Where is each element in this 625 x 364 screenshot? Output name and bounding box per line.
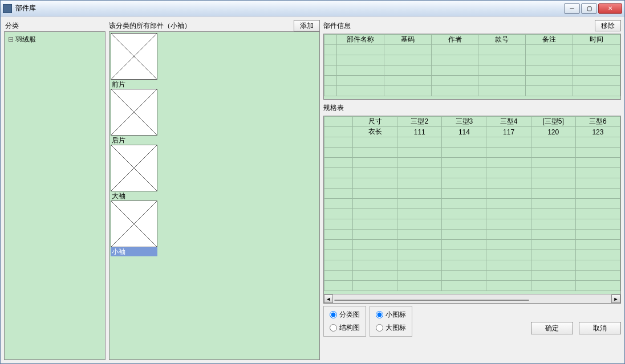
spec-cell[interactable]: [486, 168, 531, 178]
spec-cell[interactable]: [486, 199, 531, 209]
spec-cell[interactable]: [442, 209, 486, 219]
info-cell[interactable]: [337, 66, 384, 76]
icon-size-option[interactable]: 大图标: [376, 323, 406, 333]
info-column-header[interactable]: 作者: [431, 35, 478, 45]
info-cell[interactable]: [431, 66, 478, 76]
spec-cell[interactable]: [575, 281, 620, 291]
spec-cell[interactable]: [531, 281, 575, 291]
part-item[interactable]: 大袖: [111, 145, 157, 201]
parts-list[interactable]: 前片后片大袖小袖: [109, 31, 320, 360]
part-item[interactable]: 后片: [111, 89, 157, 145]
info-cell[interactable]: [337, 45, 384, 55]
info-cell[interactable]: [526, 66, 573, 76]
spec-column-header[interactable]: [三型5]: [531, 117, 575, 127]
info-cell[interactable]: [573, 55, 620, 66]
spec-cell[interactable]: [486, 209, 531, 219]
maximize-button[interactable]: ▢: [581, 3, 597, 14]
info-column-header[interactable]: 款号: [478, 35, 526, 45]
info-cell[interactable]: [573, 66, 620, 76]
info-cell[interactable]: [384, 45, 431, 55]
spec-cell[interactable]: [486, 158, 531, 168]
info-cell[interactable]: [337, 55, 384, 66]
spec-cell[interactable]: [442, 240, 486, 250]
spec-column-header[interactable]: 三型2: [397, 117, 442, 127]
info-cell[interactable]: [573, 76, 620, 86]
spec-column-header[interactable]: 三型6: [575, 117, 620, 127]
spec-cell[interactable]: [531, 230, 575, 240]
part-item[interactable]: 小袖: [111, 201, 157, 256]
spec-cell[interactable]: 111: [397, 127, 442, 137]
info-column-header[interactable]: 部件名称: [337, 35, 384, 45]
info-cell[interactable]: [384, 55, 431, 66]
spec-cell[interactable]: [531, 271, 575, 281]
spec-cell[interactable]: [397, 199, 442, 209]
info-cell[interactable]: [478, 86, 526, 96]
view-mode-option[interactable]: 分类图: [330, 310, 360, 320]
spec-cell[interactable]: [353, 178, 397, 189]
spec-cell[interactable]: [442, 168, 486, 178]
spec-cell[interactable]: [575, 209, 620, 219]
info-cell[interactable]: [478, 55, 526, 66]
spec-cell[interactable]: [486, 260, 531, 271]
spec-cell[interactable]: [442, 137, 486, 148]
spec-cell[interactable]: [353, 137, 397, 148]
spec-cell[interactable]: [442, 260, 486, 271]
spec-cell[interactable]: [575, 240, 620, 250]
spec-cell[interactable]: [531, 240, 575, 250]
spec-cell[interactable]: [353, 168, 397, 178]
spec-column-header[interactable]: 尺寸: [353, 117, 397, 127]
info-cell[interactable]: [337, 76, 384, 86]
spec-column-header[interactable]: 三型4: [486, 117, 531, 127]
spec-cell[interactable]: [397, 271, 442, 281]
spec-cell[interactable]: [575, 271, 620, 281]
spec-cell[interactable]: [353, 199, 397, 209]
info-column-header[interactable]: 时间: [573, 35, 620, 45]
spec-cell[interactable]: [442, 189, 486, 199]
spec-cell[interactable]: [397, 281, 442, 291]
titlebar[interactable]: 部件库 ─ ▢ ✕: [1, 1, 624, 17]
spec-cell[interactable]: [575, 219, 620, 230]
minimize-button[interactable]: ─: [564, 3, 580, 14]
spec-cell[interactable]: [531, 250, 575, 260]
spec-cell[interactable]: [442, 199, 486, 209]
spec-cell[interactable]: [486, 178, 531, 189]
view-mode-option[interactable]: 结构图: [330, 323, 360, 333]
spec-cell[interactable]: [531, 158, 575, 168]
info-cell[interactable]: [431, 86, 478, 96]
spec-cell[interactable]: [575, 168, 620, 178]
info-grid[interactable]: 部件名称基码作者款号备注时间: [323, 34, 621, 100]
spec-cell[interactable]: [397, 260, 442, 271]
info-cell[interactable]: [526, 55, 573, 66]
info-cell[interactable]: [573, 45, 620, 55]
spec-scrollbar-h[interactable]: ◄ ►: [324, 294, 620, 303]
spec-cell[interactable]: [531, 209, 575, 219]
spec-cell[interactable]: [531, 178, 575, 189]
scroll-thumb[interactable]: [334, 300, 529, 301]
spec-cell[interactable]: [486, 240, 531, 250]
info-cell[interactable]: [384, 86, 431, 96]
part-item[interactable]: 前片: [111, 33, 157, 89]
spec-cell[interactable]: [486, 189, 531, 199]
spec-cell[interactable]: [397, 137, 442, 148]
info-column-header[interactable]: 备注: [526, 35, 573, 45]
spec-cell[interactable]: [531, 148, 575, 158]
spec-cell[interactable]: [531, 137, 575, 148]
view-mode-radio[interactable]: [330, 324, 337, 332]
spec-cell[interactable]: [575, 178, 620, 189]
spec-cell[interactable]: [575, 250, 620, 260]
spec-cell[interactable]: [397, 158, 442, 168]
add-button[interactable]: 添加: [294, 20, 320, 31]
spec-cell[interactable]: [353, 281, 397, 291]
category-tree[interactable]: ⊟ 羽绒服: [4, 31, 105, 360]
spec-cell[interactable]: [397, 178, 442, 189]
spec-cell[interactable]: [397, 168, 442, 178]
icon-size-radio[interactable]: [376, 324, 383, 332]
icon-size-option[interactable]: 小图标: [376, 310, 406, 320]
info-cell[interactable]: [478, 45, 526, 55]
info-cell[interactable]: [384, 76, 431, 86]
scroll-right-icon[interactable]: ►: [611, 295, 620, 303]
info-cell[interactable]: [526, 76, 573, 86]
info-cell[interactable]: [431, 45, 478, 55]
spec-cell[interactable]: [575, 199, 620, 209]
spec-cell[interactable]: [575, 137, 620, 148]
